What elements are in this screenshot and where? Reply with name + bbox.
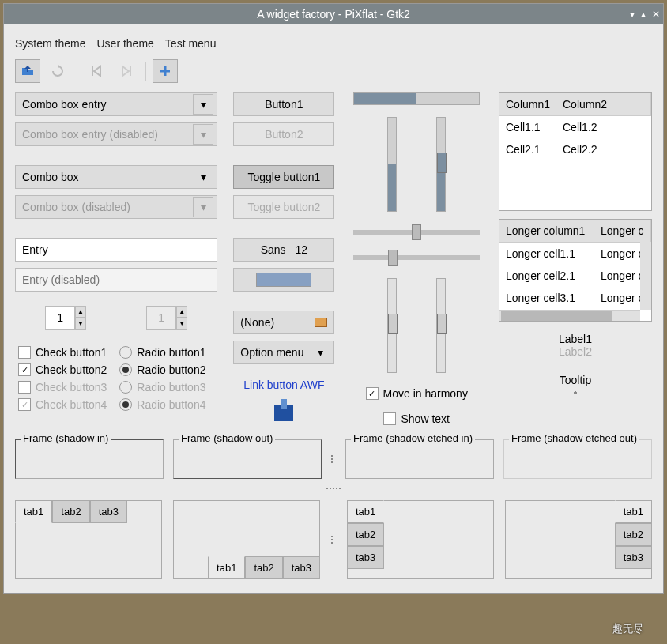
check-label: Show text xyxy=(401,412,449,425)
radio-button-3-disabled xyxy=(119,381,132,394)
spin-value[interactable] xyxy=(45,306,75,330)
column-header[interactable]: Column2 xyxy=(556,93,651,115)
vertical-scale-3[interactable] xyxy=(436,278,446,373)
slider-thumb[interactable] xyxy=(388,250,398,266)
tree-view-2[interactable]: Longer column1Longer c Longer cell1.1Lon… xyxy=(499,219,652,322)
spin-button-1[interactable]: ▲▼ xyxy=(45,306,86,330)
color-button[interactable] xyxy=(233,268,334,292)
combo-box-entry[interactable]: Combo box entry▾ xyxy=(15,92,217,116)
toolbar-add-icon[interactable] xyxy=(153,59,178,83)
spin-button-2-disabled: ▲▼ xyxy=(146,306,187,330)
menu-system-theme[interactable]: System theme xyxy=(15,37,85,50)
spin-down-icon: ▼ xyxy=(176,318,187,330)
label-2-disabled: Label2 xyxy=(499,345,652,358)
toggle-button-1[interactable]: Toggle button1 xyxy=(233,165,334,189)
option-menu-text: Option menu xyxy=(240,346,303,359)
tab-3[interactable]: tab3 xyxy=(347,546,384,569)
toolbar-separator xyxy=(145,62,146,81)
column-header[interactable]: Longer c xyxy=(594,220,651,242)
frames-row: Frame (shadow in) Frame (shadow out) Fra… xyxy=(12,427,655,483)
menu-test[interactable]: Test menu xyxy=(165,37,217,50)
save-icon[interactable] xyxy=(274,405,293,421)
toolbar-open-icon[interactable] xyxy=(15,59,40,83)
radio-button-2[interactable] xyxy=(119,363,132,376)
table-row[interactable]: Longer cell1.1Longer c xyxy=(499,243,651,265)
vertical-scale-2[interactable] xyxy=(387,278,397,373)
table-row[interactable]: Longer cell2.1Longer c xyxy=(499,265,651,287)
tree-view-1[interactable]: Column1Column2 Cell1.1Cell1.2 Cell2.1Cel… xyxy=(499,92,652,211)
menubar: System theme User theme Test menu xyxy=(12,32,655,55)
close-icon[interactable]: ✕ xyxy=(652,9,660,20)
tab-1[interactable]: tab1 xyxy=(208,556,245,579)
combo-box[interactable]: Combo box▾ xyxy=(15,165,217,189)
radio-button-1[interactable] xyxy=(119,346,132,359)
minimize-icon[interactable]: ▾ xyxy=(630,9,635,20)
slider-thumb[interactable] xyxy=(437,153,447,173)
font-button[interactable]: Sans 12 xyxy=(233,238,334,262)
option-menu[interactable]: Option menu▾ xyxy=(233,341,334,364)
button-2-disabled: Button2 xyxy=(233,122,334,146)
notebook-tabs-left: tab1 tab2 tab3 xyxy=(347,500,494,579)
chevron-down-icon[interactable]: ▾ xyxy=(193,167,213,187)
progress-bar xyxy=(353,92,480,105)
chevron-down-icon[interactable]: ▾ xyxy=(310,342,330,363)
column-header[interactable]: Column1 xyxy=(499,93,556,115)
table-row[interactable]: Cell1.1Cell1.2 xyxy=(499,116,651,138)
paned-handle-horizontal[interactable] xyxy=(331,439,336,479)
table-row[interactable]: Longer cell3.1Longer c xyxy=(499,287,651,309)
entry-input[interactable] xyxy=(15,238,217,262)
chevron-down-icon[interactable]: ▾ xyxy=(193,94,213,115)
tab-2[interactable]: tab2 xyxy=(347,523,384,546)
spin-down-icon[interactable]: ▼ xyxy=(75,318,86,330)
entry-input-disabled xyxy=(15,268,217,292)
link-button[interactable]: Link button AWF xyxy=(233,371,334,399)
slider-thumb[interactable] xyxy=(437,314,447,334)
file-chooser-button[interactable]: (None) xyxy=(233,311,334,334)
slider-thumb[interactable] xyxy=(388,314,398,334)
tab-3[interactable]: tab3 xyxy=(283,556,320,579)
slider-thumb[interactable] xyxy=(412,224,421,240)
titlebar[interactable]: A widget factory - PiXflat - Gtk2 ▾ ▴ ✕ xyxy=(4,4,663,24)
paned-handle-horizontal[interactable] xyxy=(331,500,336,579)
check-button-2[interactable] xyxy=(18,363,31,376)
check-show-text[interactable] xyxy=(383,412,396,425)
vertical-progress-1 xyxy=(436,117,446,212)
vertical-scale-1[interactable] xyxy=(387,117,397,212)
notebook-tabs-top: tab1 tab2 tab3 xyxy=(15,500,162,579)
check-button-4-disabled xyxy=(18,398,31,411)
tab-1[interactable]: tab1 xyxy=(15,500,52,523)
radio-label: Radio button4 xyxy=(137,398,205,411)
window: A widget factory - PiXflat - Gtk2 ▾ ▴ ✕ … xyxy=(3,3,664,594)
toggle-button-2-disabled: Toggle button2 xyxy=(233,195,334,219)
tab-1[interactable]: tab1 xyxy=(615,500,652,523)
tab-2[interactable]: tab2 xyxy=(615,523,652,546)
scrollbar-thumb[interactable] xyxy=(501,311,612,321)
paned-handle-vertical[interactable] xyxy=(318,486,349,491)
radio-button-4-disabled xyxy=(119,398,132,411)
maximize-icon[interactable]: ▴ xyxy=(641,9,646,20)
radio-label: Radio button2 xyxy=(137,363,205,376)
scrollbar-horizontal[interactable] xyxy=(499,310,640,321)
toolbar-last-icon[interactable] xyxy=(114,59,139,83)
check-move-harmony[interactable] xyxy=(366,387,379,400)
tab-2[interactable]: tab2 xyxy=(52,500,89,523)
horizontal-scale-2[interactable] xyxy=(353,255,480,260)
check-label: Check button3 xyxy=(36,381,107,394)
column-header[interactable]: Longer column1 xyxy=(499,220,594,242)
chevron-down-icon: ▾ xyxy=(193,197,213,217)
toolbar-refresh-icon[interactable] xyxy=(45,59,70,83)
table-row[interactable]: Cell2.1Cell2.2 xyxy=(499,138,651,160)
toolbar-first-icon[interactable] xyxy=(84,59,109,83)
menu-user-theme[interactable]: User theme xyxy=(96,37,153,50)
tab-3[interactable]: tab3 xyxy=(615,546,652,569)
button-1[interactable]: Button1 xyxy=(233,92,334,116)
spin-up-icon[interactable]: ▲ xyxy=(75,306,86,318)
tab-1[interactable]: tab1 xyxy=(347,500,384,523)
tab-2[interactable]: tab2 xyxy=(245,556,282,579)
scrollbar-vertical[interactable] xyxy=(640,242,651,310)
tab-3[interactable]: tab3 xyxy=(90,500,127,523)
check-button-1[interactable] xyxy=(18,346,31,359)
frame-label: Frame (shadow etched in) xyxy=(351,432,475,444)
horizontal-scale-1[interactable] xyxy=(353,230,480,235)
label-1: Label1 xyxy=(499,333,652,345)
